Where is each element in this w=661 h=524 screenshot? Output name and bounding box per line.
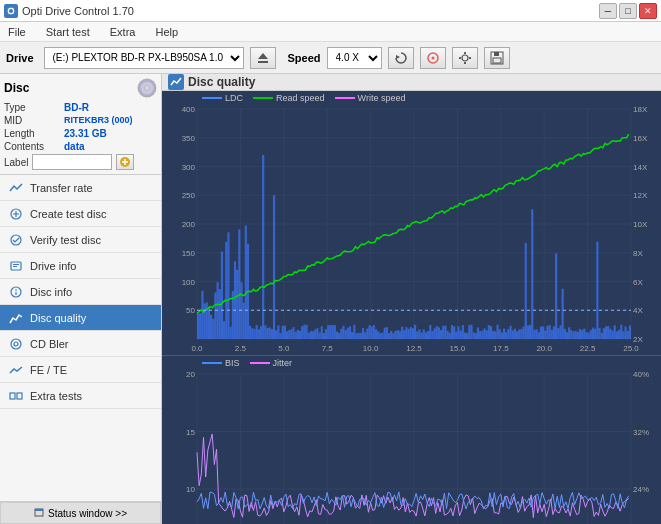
legend-read: Read speed [253,93,325,103]
nav-label-extra-tests: Extra tests [30,390,82,402]
app-title: Opti Drive Control 1.70 [22,5,134,17]
svg-rect-14 [494,52,499,56]
disc-label-btn[interactable] [116,154,134,170]
save-button[interactable] [484,47,510,69]
nav-item-verify-test-disc[interactable]: Verify test disc [0,227,161,253]
drive-select[interactable]: (E:) PLEXTOR BD-R PX-LB950SA 1.06 [44,47,244,69]
nav-item-create-test-disc[interactable]: Create test disc [0,201,161,227]
nav-label-disc-quality: Disc quality [30,312,86,324]
disc-label-row: Label [4,154,157,170]
disc-type-row: Type BD-R [4,102,157,113]
disc-section-title: Disc [4,81,29,95]
main-content: Disc Type BD-R MID RITEKBR3 (000) [0,74,661,524]
svg-point-27 [11,339,21,349]
transfer-rate-icon [8,180,24,196]
maximize-button[interactable]: □ [619,3,637,19]
svg-rect-3 [258,61,268,63]
legend-write: Write speed [335,93,406,103]
nav-label-cd-bler: CD Bler [30,338,69,350]
create-test-disc-icon [8,206,24,222]
disc-info-icon [8,284,24,300]
extra-tests-icon [8,388,24,404]
nav-label-create-test-disc: Create test disc [30,208,106,220]
nav-item-transfer-rate[interactable]: Transfer rate [0,175,161,201]
disc-label-input[interactable] [32,154,112,170]
nav-item-drive-info[interactable]: Drive info [0,253,161,279]
svg-rect-32 [35,509,43,511]
svg-point-18 [146,87,148,89]
chart-header: Disc quality [162,74,661,91]
svg-point-28 [14,342,18,346]
fe-te-icon [8,362,24,378]
nav-label-verify-test-disc: Verify test disc [30,234,101,246]
cd-bler-icon [8,336,24,352]
nav-item-disc-quality[interactable]: Disc quality [0,305,161,331]
svg-rect-8 [464,52,466,54]
legend-jitter: Jitter [250,358,293,368]
disc-length-row: Length 23.31 GB [4,128,157,139]
svg-point-6 [431,56,434,59]
svg-marker-2 [258,53,268,59]
drive-info-icon [8,258,24,274]
svg-point-7 [462,55,468,61]
drive-bar: Drive (E:) PLEXTOR BD-R PX-LB950SA 1.06 … [0,42,661,74]
refresh-button[interactable] [388,47,414,69]
svg-rect-24 [13,266,17,267]
speed-select-drive[interactable]: 4.0 X [327,47,382,69]
settings-button[interactable] [452,47,478,69]
svg-rect-11 [469,57,471,59]
window-controls: ─ □ ✕ [599,3,657,19]
legend-ldc-label: LDC [225,93,243,103]
disc-contents-row: Contents data [4,141,157,152]
svg-rect-10 [459,57,461,59]
svg-marker-4 [396,55,400,59]
disc-quality-icon [8,310,24,326]
eject-button[interactable] [250,47,276,69]
disc-length-key: Length [4,128,64,139]
disc-type-val: BD-R [64,102,89,113]
legend-bis: BIS [202,358,240,368]
verify-test-disc-icon [8,232,24,248]
title-bar: Opti Drive Control 1.70 ─ □ ✕ [0,0,661,22]
chart-title: Disc quality [188,75,255,89]
disc-mid-val: RITEKBR3 (000) [64,115,133,126]
disc-type-key: Type [4,102,64,113]
menu-extra[interactable]: Extra [106,24,140,40]
status-window-label: Status window >> [48,508,127,519]
nav-item-cd-bler[interactable]: CD Bler [0,331,161,357]
legend-bis-label: BIS [225,358,240,368]
disc-contents-val: data [64,141,85,152]
close-button[interactable]: ✕ [639,3,657,19]
legend-ldc: LDC [202,93,243,103]
svg-rect-23 [13,264,19,265]
status-bar: Status window >> [0,501,161,524]
chart-header-icon [168,74,184,90]
speed-label: Speed [288,52,321,64]
right-panel: Disc quality LDC Read speed Write speed [162,74,661,524]
menu-help[interactable]: Help [151,24,182,40]
drive-label: Drive [6,52,34,64]
status-window-button[interactable]: Status window >> [0,502,161,524]
disc-length-val: 23.31 GB [64,128,107,139]
disc-section: Disc Type BD-R MID RITEKBR3 (000) [0,74,161,175]
disc-mid-row: MID RITEKBR3 (000) [4,115,157,126]
svg-rect-29 [10,393,15,399]
menu-start-test[interactable]: Start test [42,24,94,40]
svg-rect-30 [17,393,22,399]
minimize-button[interactable]: ─ [599,3,617,19]
legend-jitter-label: Jitter [273,358,293,368]
disc-label-key: Label [4,157,28,168]
left-panel: Disc Type BD-R MID RITEKBR3 (000) [0,74,162,524]
disc-contents-key: Contents [4,141,64,152]
nav-label-transfer-rate: Transfer rate [30,182,93,194]
svg-rect-13 [493,58,501,63]
nav-label-disc-info: Disc info [30,286,72,298]
menu-file[interactable]: File [4,24,30,40]
nav-label-fe-te: FE / TE [30,364,67,376]
nav-item-extra-tests[interactable]: Extra tests [0,383,161,409]
menu-bar: File Start test Extra Help [0,22,661,42]
nav-item-fe-te[interactable]: FE / TE [0,357,161,383]
disc-icon-btn[interactable] [420,47,446,69]
nav-item-disc-info[interactable]: Disc info [0,279,161,305]
svg-point-26 [15,289,17,291]
